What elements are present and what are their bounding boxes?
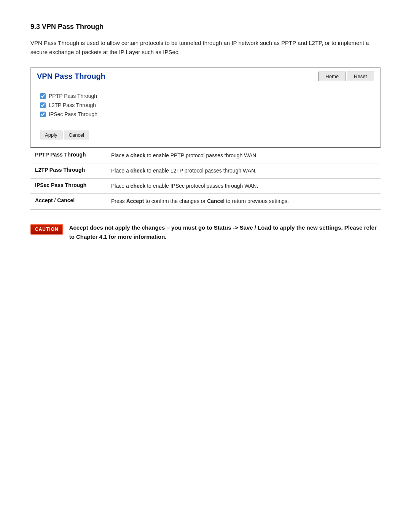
pptp-checkbox-item[interactable]: PPTP Pass Through xyxy=(40,93,371,99)
vpn-pass-through-panel: VPN Pass Through Home Reset PPTP Pass Th… xyxy=(30,67,381,147)
apply-button[interactable]: Apply xyxy=(40,131,62,139)
ipsec-label: IPSec Pass Through xyxy=(49,111,97,117)
table-row: Accept / Cancel Press Accept to confirm … xyxy=(30,194,381,209)
header-buttons: Home Reset xyxy=(318,72,374,81)
pptp-label: PPTP Pass Through xyxy=(49,93,97,99)
description-table: PPTP Pass Through Place a check to enabl… xyxy=(30,147,381,209)
panel-body: PPTP Pass Through L2TP Pass Through IPSe… xyxy=(31,85,380,147)
action-buttons: Apply Cancel xyxy=(40,131,371,139)
intro-text: VPN Pass Through is used to allow certai… xyxy=(30,38,381,57)
table-row: IPSec Pass Through Place a check to enab… xyxy=(30,179,381,194)
l2tp-label: L2TP Pass Through xyxy=(49,102,96,108)
checkbox-group: PPTP Pass Through L2TP Pass Through IPSe… xyxy=(40,93,371,117)
section-title: 9.3 VPN Pass Through xyxy=(30,23,381,31)
panel-title: VPN Pass Through xyxy=(37,72,105,81)
desc-accept-cancel: Press Accept to confirm the changes or C… xyxy=(107,194,381,209)
table-row: L2TP Pass Through Place a check to enabl… xyxy=(30,163,381,179)
caution-badge: CAUTION xyxy=(30,224,63,235)
home-button[interactable]: Home xyxy=(318,72,346,81)
ipsec-checkbox[interactable] xyxy=(40,112,46,117)
desc-ipsec: Place a check to enable IPSec protocol p… xyxy=(107,179,381,194)
table-row: PPTP Pass Through Place a check to enabl… xyxy=(30,148,381,163)
pptp-checkbox[interactable] xyxy=(40,93,46,99)
caution-section: CAUTION Accept does not apply the change… xyxy=(30,223,381,241)
divider xyxy=(40,125,371,125)
panel-header: VPN Pass Through Home Reset xyxy=(31,68,380,85)
ipsec-checkbox-item[interactable]: IPSec Pass Through xyxy=(40,111,371,117)
term-l2tp: L2TP Pass Through xyxy=(30,163,107,179)
term-pptp: PPTP Pass Through xyxy=(30,148,107,163)
l2tp-checkbox-item[interactable]: L2TP Pass Through xyxy=(40,102,371,108)
term-ipsec: IPSec Pass Through xyxy=(30,179,107,194)
caution-text: Accept does not apply the changes – you … xyxy=(69,223,381,241)
reset-button[interactable]: Reset xyxy=(347,72,374,81)
term-accept-cancel: Accept / Cancel xyxy=(30,194,107,209)
l2tp-checkbox[interactable] xyxy=(40,102,46,108)
desc-pptp: Place a check to enable PPTP protocol pa… xyxy=(107,148,381,163)
desc-l2tp: Place a check to enable L2TP protocol pa… xyxy=(107,163,381,179)
cancel-button[interactable]: Cancel xyxy=(64,131,89,139)
